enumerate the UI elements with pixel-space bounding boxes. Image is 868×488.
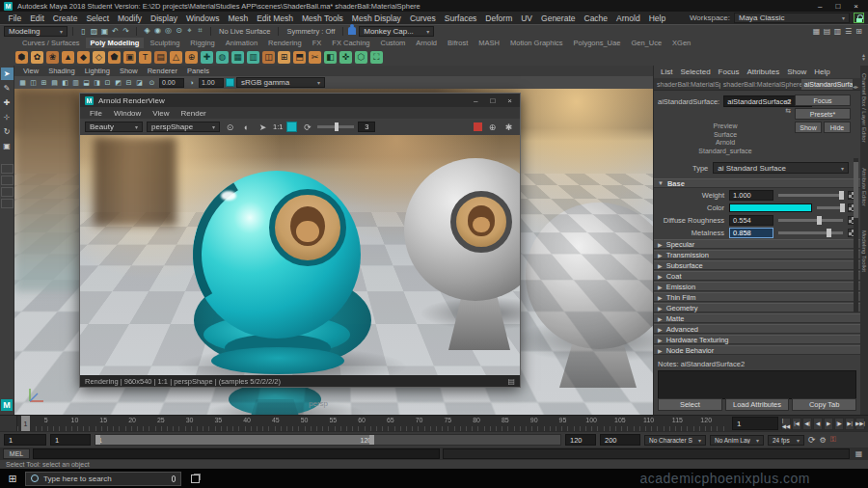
snap-icon[interactable]: ⌗: [195, 26, 205, 36]
workspace-dropdown[interactable]: Maya Classic▾: [734, 13, 850, 23]
menu-item[interactable]: Edit Mesh: [253, 14, 298, 23]
shelf-tab[interactable]: Motion Graphics: [505, 38, 568, 48]
camera-samples-field[interactable]: 3: [358, 122, 375, 132]
collapsed-section-header[interactable]: ▶ Emission: [654, 282, 860, 291]
aov-dropdown[interactable]: Beauty▾: [85, 122, 143, 132]
crop-region-icon[interactable]: ➤: [257, 122, 269, 132]
hide-button[interactable]: Hide: [824, 122, 851, 133]
viewport-toolbar-icon[interactable]: ◫: [28, 79, 39, 87]
shelf-tab[interactable]: MASH: [474, 38, 504, 48]
menu-item[interactable]: Windows: [181, 14, 223, 23]
viewport-toolbar-icon[interactable]: ⬓: [81, 79, 92, 87]
panel-toggle-icon[interactable]: ▥: [832, 27, 843, 36]
playback-button[interactable]: |▶: [834, 418, 844, 430]
shelf-tool-icon[interactable]: ◇: [93, 51, 105, 64]
snapshot-icon[interactable]: ⊙: [224, 122, 236, 132]
zoom-ratio-label[interactable]: 1:1: [273, 122, 283, 131]
shelf-tool-icon[interactable]: ◆: [77, 51, 90, 64]
viewport-toolbar-icon[interactable]: ◧: [60, 79, 70, 87]
shelf-tool-icon[interactable]: ▲: [62, 51, 74, 64]
ab-compare-icon[interactable]: ◐: [240, 122, 253, 132]
playback-button[interactable]: |◀: [792, 418, 801, 430]
shelf-tool-icon[interactable]: ▥: [247, 51, 259, 64]
exposure-icon[interactable]: ⊙: [147, 79, 157, 87]
menu-item[interactable]: Surfaces: [440, 14, 481, 23]
menu-item[interactable]: Display: [147, 14, 182, 23]
microphone-icon[interactable]: [172, 475, 176, 482]
playback-start-field[interactable]: 1: [50, 434, 91, 446]
panel-toggle-icon[interactable]: ▦: [811, 27, 822, 36]
layout-single-pane-button[interactable]: [1, 164, 14, 174]
rotate-tool-icon[interactable]: ↻: [1, 125, 14, 138]
collapsed-section-header[interactable]: ▶ Node Behavior: [654, 345, 860, 355]
playback-button[interactable]: |◀◀: [781, 418, 791, 430]
task-view-icon[interactable]: [191, 474, 200, 483]
metalness-slider[interactable]: [778, 231, 843, 234]
no-live-surface-label[interactable]: No Live Surface: [216, 27, 273, 36]
gamma-icon[interactable]: ◑: [186, 79, 197, 86]
shelf-tab[interactable]: FX Caching: [327, 38, 374, 48]
swap-nodes-icons[interactable]: ⇄ ⇆: [785, 97, 791, 115]
shelf-tab[interactable]: Rigging: [185, 38, 219, 48]
panel-toggle-icon[interactable]: ▤: [822, 27, 832, 36]
shelf-tab[interactable]: Polygons_Uae: [569, 38, 626, 48]
diffuse-roughness-field[interactable]: 0.554: [729, 215, 773, 226]
lasso-tool-icon[interactable]: ✎: [1, 82, 14, 95]
shelf-tab[interactable]: Bifrost: [443, 38, 473, 48]
shelf-tool-icon[interactable]: ▦: [231, 51, 244, 64]
playback-button[interactable]: ◀: [813, 418, 823, 430]
character-set-dropdown[interactable]: No Character Set▾: [644, 435, 706, 446]
collapsed-section-header[interactable]: ▶ Coat: [654, 271, 860, 281]
snap-icon[interactable]: ◎: [163, 26, 174, 36]
shelf-tool-icon[interactable]: △: [170, 51, 182, 64]
collapsed-section-header[interactable]: ▶ Matte: [654, 313, 860, 323]
snap-icon[interactable]: ⊙: [174, 26, 184, 36]
surface-type-dropdown[interactable]: ai Standard Surface▾: [713, 162, 849, 174]
panel-toggle-icon[interactable]: ⊞: [854, 27, 864, 36]
script-editor-icon[interactable]: ▦: [853, 449, 865, 458]
menu-item[interactable]: File: [4, 14, 26, 23]
arnold-renderview-window[interactable]: M Arnold RenderView – □ × FileWindowView…: [79, 93, 521, 388]
refresh-icon[interactable]: ⟳: [301, 122, 313, 132]
menu-item[interactable]: Curves: [405, 14, 440, 23]
color-management-icon[interactable]: [226, 78, 234, 87]
menu-item[interactable]: Window: [108, 109, 147, 118]
viewport-toolbar-icon[interactable]: ▥: [70, 79, 81, 87]
playback-button[interactable]: ◀|: [802, 418, 812, 430]
viewport-toolbar-icon[interactable]: ◩: [113, 79, 123, 87]
time-slider-prefs[interactable]: [0, 416, 17, 431]
shelf-tool-icon[interactable]: ✿: [31, 51, 43, 64]
shelf-tool-icon[interactable]: ◫: [262, 51, 275, 64]
menu-set-dropdown[interactable]: Modeling▾: [4, 26, 68, 37]
panel-menu-item[interactable]: Show: [115, 67, 143, 75]
weight-slider[interactable]: [778, 194, 843, 197]
layout-hypershade-button[interactable]: [1, 199, 14, 208]
footer-button[interactable]: Load Attributes: [725, 398, 790, 411]
shelf-tab[interactable]: Poly Modeling: [86, 38, 145, 48]
shelf-scroll-arrows[interactable]: ▲▼: [861, 53, 866, 61]
presets-button[interactable]: Presets*: [795, 108, 851, 120]
renderview-title-bar[interactable]: M Arnold RenderView – □ ×: [80, 94, 520, 107]
anim-preferences-icon[interactable]: ⚙: [820, 436, 827, 445]
shelf-tool-icon[interactable]: ⬒: [293, 51, 306, 64]
scale-tool-icon[interactable]: ▣: [1, 140, 14, 152]
move-tool-icon[interactable]: ⊹: [1, 111, 14, 123]
shelf-tab[interactable]: Sculpting: [145, 38, 184, 48]
select-tool-icon[interactable]: ➤: [1, 68, 14, 80]
render-settings-gear-icon[interactable]: ✱: [502, 122, 515, 132]
menu-item[interactable]: Render: [176, 109, 212, 118]
playback-button[interactable]: ▶▶|: [855, 418, 865, 430]
time-slider-track[interactable]: 1 51015202530354045505560657075808590951…: [17, 416, 729, 431]
background-color-toggle[interactable]: [286, 122, 297, 132]
attribute-editor-scrollbar[interactable]: [854, 158, 858, 312]
log-icon[interactable]: ▤: [507, 377, 515, 386]
shelf-tool-icon[interactable]: ✂: [309, 51, 321, 64]
shelf-tool-icon[interactable]: ✚: [201, 51, 213, 64]
menu-item[interactable]: Help: [644, 14, 669, 23]
focus-button[interactable]: Focus: [795, 95, 851, 106]
menu-item[interactable]: View: [147, 109, 175, 118]
shelf-tool-icon[interactable]: ⊞: [278, 51, 290, 64]
fps-dropdown[interactable]: 24 fps▾: [768, 435, 804, 446]
playback-button[interactable]: ▶|: [845, 418, 854, 430]
command-output[interactable]: [443, 448, 850, 459]
